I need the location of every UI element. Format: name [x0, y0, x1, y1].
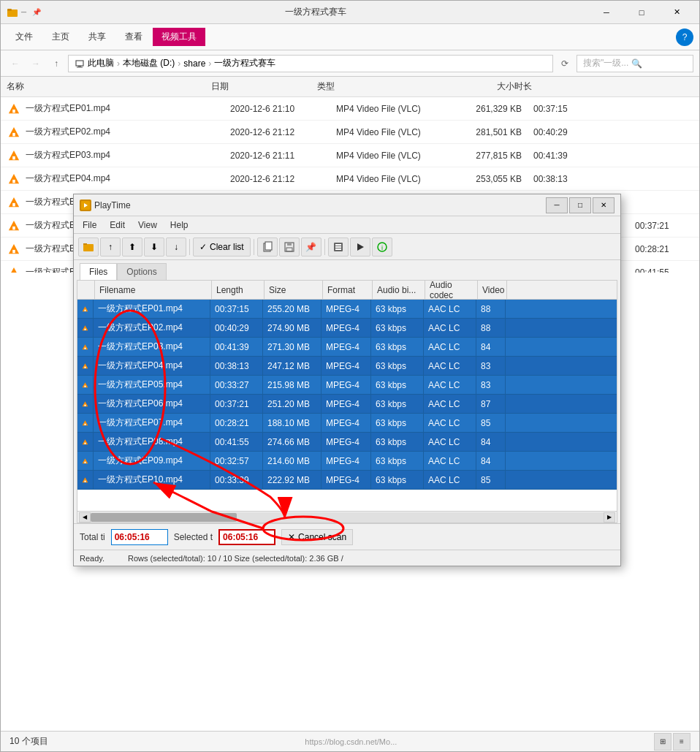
address-path[interactable]: 此电脑 › 本地磁盘 (D:) › share › 一级方程式赛车	[68, 55, 553, 72]
total-time-input[interactable]: 06:05:16	[111, 529, 168, 545]
search-box[interactable]: 搜索"一级... 🔍	[577, 55, 693, 72]
col-length[interactable]: Length	[212, 281, 265, 299]
table-scrollbar[interactable]: ◀ ▶	[77, 511, 617, 523]
col-header-name[interactable]: 名称	[7, 80, 211, 93]
path-item: 此电脑	[88, 57, 114, 69]
toolbar-save-btn[interactable]	[279, 238, 300, 257]
cell-video: 83	[476, 357, 506, 375]
help-btn[interactable]: ?	[676, 29, 693, 46]
cell-format: MPEG-4	[322, 338, 371, 356]
table-row[interactable]: 一级方程式EP10.mp4 00:33:39 222.92 MB MPEG-4 …	[77, 471, 617, 490]
col-header-type[interactable]: 类型	[317, 80, 441, 93]
svg-rect-12	[12, 179, 15, 182]
svg-rect-58	[85, 461, 86, 463]
file-row[interactable]: 一级方程式EP04.mp4 2020-12-6 21:12 MP4 Video …	[1, 167, 699, 191]
toolbar-open-btn[interactable]	[78, 238, 99, 257]
explorer-status-bar: 10 个项目 https://blog.csdn.net/Mo... ⊞ ≡	[1, 731, 699, 751]
tab-home[interactable]: 主页	[43, 28, 78, 46]
scroll-track[interactable]	[91, 512, 604, 523]
menu-file[interactable]: File	[77, 219, 102, 232]
tab-video-tools[interactable]: 视频工具	[153, 28, 205, 46]
tab-options[interactable]: Options	[117, 263, 166, 280]
table-row[interactable]: 一级方程式EP04.mp4 00:38:13 247.12 MB MPEG-4 …	[77, 357, 617, 376]
col-size[interactable]: Size	[265, 281, 323, 299]
explorer-maximize-btn[interactable]: □	[625, 1, 658, 24]
toolbar-up-btn[interactable]: ↑	[100, 238, 121, 257]
back-btn[interactable]: ←	[7, 55, 24, 72]
toolbar-down-btn[interactable]: ⬇	[144, 238, 164, 257]
list-view-btn[interactable]: ≡	[673, 733, 691, 751]
dialog-restore-btn[interactable]: □	[569, 197, 591, 213]
col-audio-bitrate[interactable]: Audio bi...	[373, 281, 425, 299]
col-format[interactable]: Format	[323, 281, 373, 299]
scroll-thumb[interactable]	[91, 513, 237, 522]
cell-audio-codec: AAC LC	[424, 471, 476, 489]
tab-files[interactable]: Files	[80, 263, 117, 280]
toolbar-up2-btn[interactable]: ⬆	[122, 238, 142, 257]
svg-rect-54	[85, 423, 86, 425]
file-row[interactable]: 一级方程式EP02.mp4 2020-12-6 21:12 MP4 Video …	[1, 121, 699, 144]
row-icon	[77, 395, 94, 413]
cell-size: 215.98 MB	[263, 376, 322, 394]
table-row[interactable]: 一级方程式EP02.mp4 00:40:29 274.90 MB MPEG-4 …	[77, 319, 617, 338]
toolbar-separator	[324, 239, 325, 255]
toolbar-pin-btn[interactable]: 📌	[301, 238, 322, 257]
table-row[interactable]: 一级方程式EP01.mp4 00:37:15 255.20 MB MPEG-4 …	[77, 300, 617, 319]
cell-size: 251.20 MB	[263, 395, 322, 413]
vlc-icon	[7, 102, 21, 116]
tab-view[interactable]: 查看	[116, 28, 151, 46]
svg-text:i: i	[381, 244, 383, 251]
toolbar-down2-btn[interactable]: ↓	[166, 238, 186, 257]
file-size: 261,329 KB	[460, 104, 533, 114]
search-icon: 🔍	[631, 58, 642, 69]
svg-rect-10	[12, 156, 15, 159]
table-row[interactable]: 一级方程式EP05.mp4 00:33:27 215.98 MB MPEG-4 …	[77, 376, 617, 395]
svg-rect-1	[7, 9, 12, 11]
col-header-size[interactable]: 大小	[441, 80, 514, 93]
toolbar-play-btn[interactable]	[350, 238, 370, 257]
menu-help[interactable]: Help	[164, 219, 194, 232]
explorer-close-btn[interactable]: ✕	[660, 1, 693, 24]
cell-audio-codec: AAC LC	[424, 452, 476, 470]
cell-video: 88	[476, 319, 506, 337]
clear-list-label: Clear list	[210, 242, 244, 252]
clear-list-btn[interactable]: ✓ Clear list	[193, 238, 251, 257]
table-row[interactable]: 一级方程式EP06.mp4 00:37:21 251.20 MB MPEG-4 …	[77, 395, 617, 414]
refresh-btn[interactable]: ⟳	[556, 55, 574, 72]
file-row[interactable]: 一级方程式EP03.mp4 2020-12-6 21:11 MP4 Video …	[1, 144, 699, 167]
toolbar-info-btn[interactable]: i	[372, 238, 392, 257]
folder-icon	[7, 7, 18, 18]
file-row[interactable]: 一级方程式EP01.mp4 2020-12-6 21:10 MP4 Video …	[1, 97, 699, 121]
col-filename[interactable]: Filename	[95, 281, 212, 299]
table-row[interactable]: 一级方程式EP09.mp4 00:32:57 214.60 MB MPEG-4 …	[77, 452, 617, 471]
dialog-minimize-btn[interactable]: ─	[546, 197, 568, 213]
minimize-icon: ─	[21, 8, 26, 16]
selected-time-input[interactable]: 06:05:16	[218, 529, 275, 545]
tab-file[interactable]: 文件	[7, 28, 42, 46]
status-ready: Ready.	[80, 554, 104, 563]
table-row[interactable]: 一级方程式EP07.mp4 00:28:21 188.10 MB MPEG-4 …	[77, 414, 617, 433]
col-audio-codec[interactable]: Audio codec	[425, 281, 478, 299]
vlc-icon	[7, 172, 21, 186]
details-view-btn[interactable]: ⊞	[654, 733, 672, 751]
table-row[interactable]: 一级方程式EP08.mp4 00:41:55 274.66 MB MPEG-4 …	[77, 433, 617, 452]
tab-share[interactable]: 共享	[80, 28, 115, 46]
toolbar-copy-btn[interactable]	[257, 238, 278, 257]
svg-marker-19	[9, 267, 19, 273]
up-btn[interactable]: ↑	[47, 55, 65, 72]
forward-btn[interactable]: →	[27, 55, 45, 72]
col-video[interactable]: Video	[478, 281, 507, 299]
cell-audio-bitrate: 63 kbps	[371, 452, 424, 470]
table-row[interactable]: 一级方程式EP03.mp4 00:41:39 271.30 MB MPEG-4 …	[77, 338, 617, 357]
scroll-left-btn[interactable]: ◀	[79, 512, 91, 523]
vlc-icon	[7, 195, 21, 210]
col-header-date[interactable]: 日期	[211, 80, 317, 93]
explorer-minimize-btn[interactable]: ─	[590, 1, 623, 24]
cancel-scan-btn[interactable]: ✕ Cancel scan	[281, 529, 353, 545]
menu-view[interactable]: View	[132, 219, 163, 232]
dialog-close-btn[interactable]: ✕	[593, 197, 615, 213]
scroll-right-btn[interactable]: ▶	[604, 512, 615, 523]
toolbar-settings-btn[interactable]	[328, 238, 349, 257]
col-header-duration[interactable]: 时长	[514, 80, 573, 93]
menu-edit[interactable]: Edit	[104, 219, 131, 232]
